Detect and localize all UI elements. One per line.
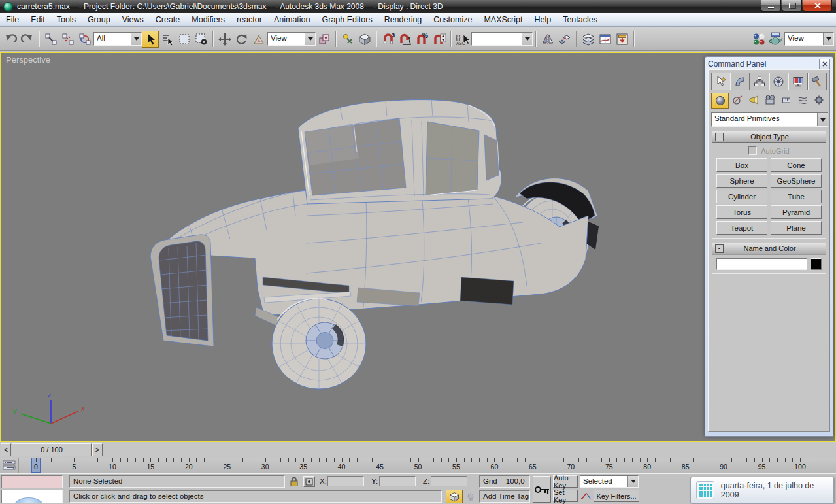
- primitive-button-box[interactable]: Box: [716, 158, 767, 172]
- redo-icon[interactable]: [19, 31, 36, 48]
- radiator-grille[interactable]: [150, 235, 214, 346]
- tab-motion[interactable]: [769, 73, 789, 90]
- track-bar[interactable]: 0510152025303540455055606570758085909510…: [0, 458, 836, 474]
- angle-snap-toggle-icon[interactable]: [397, 31, 414, 48]
- primitive-button-teapot[interactable]: Teapot: [716, 221, 767, 235]
- primitive-button-sphere[interactable]: Sphere: [716, 174, 767, 188]
- time-ruler[interactable]: 0510152025303540455055606570758085909510…: [18, 458, 836, 473]
- tab-modify[interactable]: [731, 73, 750, 90]
- close-button[interactable]: [803, 0, 832, 12]
- edit-named-selection-sets-icon[interactable]: {}ABC: [454, 31, 471, 48]
- use-pivot-point-center-icon[interactable]: [316, 31, 333, 48]
- add-time-tag-field[interactable]: Add Time Tag: [479, 490, 530, 503]
- named-selection-sets-dropdown[interactable]: [471, 32, 533, 46]
- select-and-link-icon[interactable]: [42, 31, 59, 48]
- subtab-lights[interactable]: [745, 93, 761, 107]
- selection-filter-dropdown[interactable]: All: [93, 32, 142, 46]
- subtab-shapes[interactable]: [729, 93, 745, 107]
- align-icon[interactable]: [556, 31, 573, 48]
- menu-item-views[interactable]: Views: [116, 14, 150, 25]
- mirror-icon[interactable]: [539, 31, 556, 48]
- time-slider-track[interactable]: [103, 444, 836, 456]
- render-scene-icon[interactable]: [767, 31, 784, 48]
- menu-item-tools[interactable]: Tools: [51, 14, 82, 25]
- default-tangent-icon[interactable]: [580, 491, 592, 504]
- menu-item-maxscript[interactable]: MAXScript: [478, 14, 528, 25]
- primitive-button-cone[interactable]: Cone: [771, 158, 822, 172]
- menu-item-modifiers[interactable]: Modifiers: [186, 14, 231, 25]
- select-and-manipulate-icon[interactable]: [339, 31, 356, 48]
- auto-key-button[interactable]: Auto Key: [553, 475, 578, 488]
- dropdown-arrow-icon[interactable]: [823, 33, 833, 45]
- dimmed-light-icon[interactable]: [465, 492, 476, 504]
- select-by-name-icon[interactable]: [159, 31, 176, 48]
- unlink-selection-icon[interactable]: [59, 31, 76, 48]
- object-type-rollout-header[interactable]: - Object Type: [712, 131, 826, 143]
- select-and-scale-icon[interactable]: [250, 31, 267, 48]
- next-frame-button[interactable]: >: [92, 443, 103, 456]
- open-mini-curve-editor-icon[interactable]: [0, 458, 19, 473]
- menu-item-create[interactable]: Create: [150, 14, 186, 25]
- maxscript-mini-listener-macro[interactable]: [1, 475, 63, 488]
- menu-item-file[interactable]: File: [0, 14, 25, 25]
- primitive-button-cylinder[interactable]: Cylinder: [716, 190, 767, 203]
- command-panel-titlebar[interactable]: Command Panel: [708, 58, 830, 69]
- collapse-icon[interactable]: -: [715, 133, 724, 141]
- menu-item-graph-editors[interactable]: Graph Editors: [316, 14, 378, 25]
- primitive-button-tube[interactable]: Tube: [771, 190, 822, 203]
- subtab-cameras[interactable]: [761, 93, 778, 107]
- menu-item-rendering[interactable]: Rendering: [378, 14, 428, 25]
- undo-icon[interactable]: [2, 31, 19, 48]
- subtab-helpers[interactable]: [778, 93, 794, 107]
- transform-gizmo-toggle-icon[interactable]: [446, 490, 463, 503]
- menu-item-edit[interactable]: Edit: [25, 14, 51, 25]
- curve-editor-icon[interactable]: [597, 31, 614, 48]
- time-slider-handle[interactable]: 0 / 100: [12, 443, 92, 456]
- selection-lock-icon[interactable]: [289, 476, 299, 490]
- collapse-icon[interactable]: -: [715, 244, 724, 253]
- rectangular-selection-region-icon[interactable]: [176, 31, 193, 48]
- name-color-rollout-header[interactable]: - Name and Color: [712, 243, 826, 254]
- schematic-view-icon[interactable]: [614, 31, 631, 48]
- tab-display[interactable]: [788, 73, 808, 90]
- select-and-move-icon[interactable]: [216, 31, 233, 48]
- key-mode-dropdown[interactable]: Selected: [580, 475, 639, 488]
- x-coordinate-field[interactable]: [327, 476, 364, 486]
- dropdown-arrow-icon[interactable]: [817, 113, 828, 126]
- reference-coordinate-system-dropdown[interactable]: View: [267, 32, 316, 46]
- key-filters-button[interactable]: Key Filters...: [594, 490, 639, 502]
- maximize-button[interactable]: [782, 0, 802, 12]
- object-name-input[interactable]: [716, 258, 807, 270]
- material-editor-icon[interactable]: [750, 31, 767, 48]
- subtab-systems[interactable]: [811, 93, 827, 107]
- command-panel-close-icon[interactable]: [819, 59, 830, 69]
- dropdown-arrow-icon[interactable]: [131, 33, 141, 45]
- primitive-button-plane[interactable]: Plane: [771, 221, 822, 235]
- set-key-button[interactable]: Set Key: [553, 490, 578, 502]
- dropdown-arrow-icon[interactable]: [305, 33, 315, 45]
- primitive-button-geosphere[interactable]: GeoSphere: [771, 174, 822, 188]
- menu-item-group[interactable]: Group: [82, 14, 116, 25]
- menu-item-animation[interactable]: Animation: [268, 14, 316, 25]
- spinner-snap-toggle-icon[interactable]: [431, 31, 448, 48]
- select-object-button[interactable]: [142, 31, 159, 48]
- window-crossing-toggle-icon[interactable]: [193, 31, 210, 48]
- keyboard-shortcut-override-icon[interactable]: [356, 31, 373, 48]
- primitive-button-torus[interactable]: Torus: [716, 205, 767, 219]
- menu-item-customize[interactable]: Customize: [427, 14, 478, 25]
- tab-hierarchy[interactable]: [750, 73, 769, 90]
- snaps-toggle-icon[interactable]: 3: [380, 31, 397, 48]
- percent-snap-toggle-icon[interactable]: %: [414, 31, 431, 48]
- y-coordinate-field[interactable]: [379, 476, 416, 486]
- dropdown-arrow-icon[interactable]: [627, 476, 638, 487]
- absolute-offset-mode-toggle[interactable]: [303, 476, 315, 487]
- subtab-space-warps[interactable]: [794, 93, 811, 107]
- set-key-toggle-button[interactable]: [533, 476, 551, 503]
- primitive-category-dropdown[interactable]: Standard Primitives: [711, 112, 828, 127]
- primitive-button-pyramid[interactable]: Pyramid: [771, 205, 822, 219]
- select-and-rotate-icon[interactable]: [233, 31, 250, 48]
- minimize-button[interactable]: [761, 0, 781, 12]
- menu-item-help[interactable]: Help: [528, 14, 557, 25]
- z-coordinate-field[interactable]: [431, 476, 467, 486]
- previous-frame-button[interactable]: <: [1, 443, 11, 456]
